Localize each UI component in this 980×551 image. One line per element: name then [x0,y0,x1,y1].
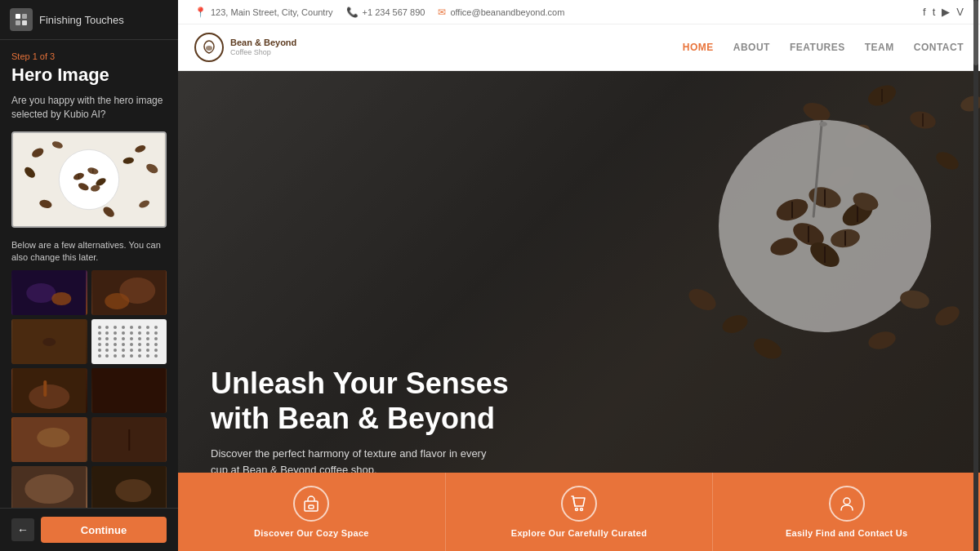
nav-contact[interactable]: CONTACT [914,42,964,53]
feature-strip: Discover Our Cozy Space Explore Our Care… [178,473,980,551]
topbar-address: 📍 123, Main Street, City, Country [194,7,333,18]
nav-features[interactable]: FEATURES [790,42,845,53]
back-button[interactable]: ← [11,518,34,541]
thumb-5[interactable] [11,368,87,413]
nav-home[interactable]: HOME [683,42,714,53]
feature-icon-2 [561,486,597,522]
svg-point-43 [24,474,74,504]
thumb-4[interactable] [91,319,167,364]
thumb-8[interactable] [91,417,167,462]
svg-point-84 [576,509,578,511]
thumbnails-grid [11,270,167,508]
vimeo-icon[interactable]: V [956,6,964,18]
feature-label-3: Easily Find and Contact Us [786,528,908,538]
feature-icon-1 [293,486,329,522]
left-panel: Finishing Touches Step 1 of 3 Hero Image… [0,0,178,551]
feature-icon-3 [829,486,865,522]
thumb-3[interactable] [11,319,87,364]
email-icon: ✉ [438,7,446,18]
hero-preview-image [13,133,165,226]
location-icon: 📍 [194,7,207,18]
svg-point-14 [59,149,118,209]
svg-point-38 [37,428,69,447]
section-title: Hero Image [11,64,167,86]
hero-title: Unleash Your Senses with Bean & Beyond [211,366,554,436]
svg-rect-82 [305,501,318,511]
svg-rect-3 [22,20,27,25]
thumb-2[interactable] [91,270,167,315]
svg-point-30 [42,338,56,346]
svg-rect-83 [309,505,314,509]
feature-card-1: Discover Our Cozy Space [178,473,446,551]
svg-rect-1 [22,14,27,19]
site-nav: HOME ABOUT FEATURES TEAM CONTACT [683,42,964,53]
twitter-icon[interactable]: t [933,6,936,18]
continue-button[interactable]: Continue [41,517,167,543]
topbar-phone: 📞 +1 234 567 890 [346,7,425,18]
nav-about[interactable]: ABOUT [733,42,770,53]
thumb-1[interactable] [11,270,87,315]
thumb-9[interactable] [11,466,87,508]
topbar-social: f t ▶ V [923,6,964,18]
nav-team[interactable]: TEAM [865,42,894,53]
app-title: Finishing Touches [39,14,124,26]
svg-point-85 [581,509,583,511]
svg-point-23 [26,283,56,303]
svg-point-24 [51,292,71,305]
thumb-7[interactable] [11,417,87,462]
svg-point-47 [206,46,212,51]
hero-section: Unleash Your Senses with Bean & Beyond D… [178,71,980,551]
feature-card-3: Easily Find and Contact Us [713,473,980,551]
site-navbar: Bean & Beyond Coffee Shop HOME ABOUT FEA… [178,24,980,71]
app-logo [10,8,33,31]
panel-header: Finishing Touches [0,0,178,40]
svg-rect-33 [43,380,47,397]
topbar-left: 📍 123, Main Street, City, Country 📞 +1 2… [194,7,564,18]
hero-preview[interactable] [11,131,167,228]
alternatives-label: Below are a few alternatives. You can al… [11,239,167,264]
svg-point-27 [105,293,129,309]
youtube-icon[interactable]: ▶ [942,6,950,18]
feature-label-2: Explore Our Carefully Curated [511,528,647,538]
thumb-6[interactable] [91,368,167,413]
svg-rect-34 [92,368,166,413]
svg-point-32 [29,384,69,409]
site-topbar: 📍 123, Main Street, City, Country 📞 +1 2… [178,0,980,24]
feature-card-2: Explore Our Carefully Curated [446,473,714,551]
topbar-email: ✉ office@beanandbeyond.com [438,7,564,18]
logo-text: Bean & Beyond Coffee Shop [230,38,296,57]
site-logo: Bean & Beyond Coffee Shop [194,33,296,62]
step-label: Step 1 of 3 [11,51,167,61]
right-panel: 📍 123, Main Street, City, Country 📞 +1 2… [178,0,980,551]
feature-label-1: Discover Our Cozy Space [254,528,369,538]
thumb-10[interactable] [91,466,167,508]
logo-icon [194,33,224,62]
facebook-icon[interactable]: f [923,6,926,18]
svg-rect-0 [16,14,20,19]
svg-rect-2 [16,20,20,25]
question-text: Are you happy with the hero image select… [11,94,167,122]
panel-footer: ← Continue [0,508,178,551]
svg-point-86 [844,498,850,504]
phone-icon: 📞 [346,7,359,18]
svg-point-45 [115,479,151,502]
panel-body: Step 1 of 3 Hero Image Are you happy wit… [0,40,178,508]
